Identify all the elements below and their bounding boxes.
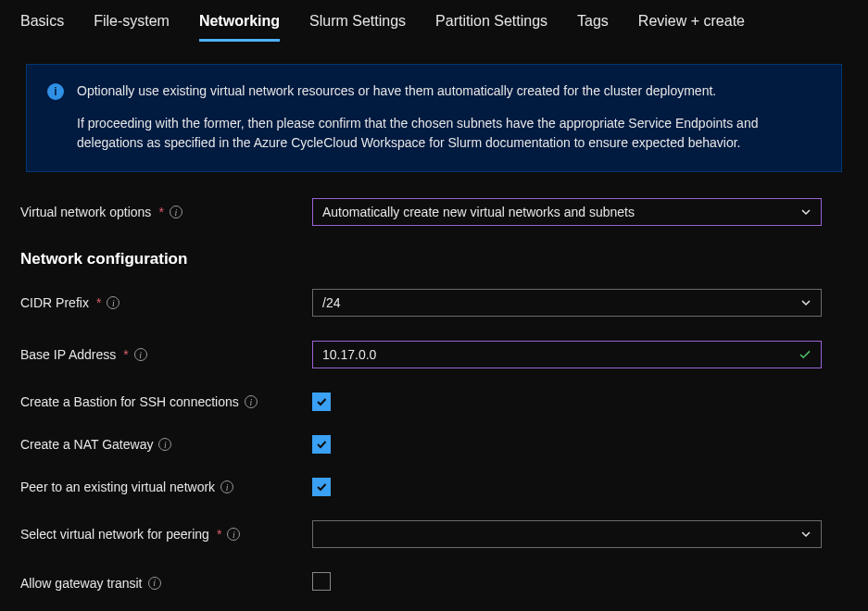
checkmark-icon — [799, 348, 811, 361]
tab-file-system[interactable]: File-system — [94, 6, 170, 42]
row-peer: Peer to an existing virtual network i — [20, 478, 848, 496]
info-banner-p2: If proceeding with the former, then plea… — [77, 114, 821, 153]
row-cidr: CIDR Prefix * i /24 — [20, 289, 848, 317]
info-banner: i Optionally use existing virtual networ… — [26, 64, 842, 172]
info-icon[interactable]: i — [158, 438, 171, 451]
vnet-options-select[interactable]: Automatically create new virtual network… — [312, 198, 822, 226]
tab-networking[interactable]: Networking — [199, 6, 280, 42]
required-indicator: * — [123, 347, 128, 362]
gw-transit-checkbox[interactable] — [312, 572, 331, 591]
chevron-down-icon — [800, 297, 811, 308]
vnet-options-value: Automatically create new virtual network… — [322, 205, 635, 219]
tab-tags[interactable]: Tags — [577, 6, 609, 42]
row-vnet-options: Virtual network options * i Automaticall… — [20, 198, 848, 226]
row-base-ip: Base IP Address * i 10.17.0.0 — [20, 341, 848, 368]
label-peer-vnet: Select virtual network for peering — [20, 527, 209, 542]
base-ip-value: 10.17.0.0 — [322, 347, 376, 362]
info-icon[interactable]: i — [107, 296, 120, 309]
label-base-ip: Base IP Address — [20, 347, 116, 362]
required-indicator: * — [217, 527, 221, 542]
label-nat: Create a NAT Gateway — [20, 437, 153, 452]
chevron-down-icon — [800, 206, 811, 218]
tab-basics[interactable]: Basics — [20, 6, 64, 42]
label-vnet-options: Virtual network options — [20, 205, 151, 219]
info-banner-p1: Optionally use existing virtual network … — [77, 81, 821, 101]
tab-partition-settings[interactable]: Partition Settings — [435, 6, 547, 42]
nat-checkbox[interactable] — [312, 435, 331, 454]
section-network-configuration: Network configuration — [20, 250, 848, 268]
row-nat: Create a NAT Gateway i — [20, 435, 848, 454]
required-indicator: * — [158, 205, 163, 219]
info-icon[interactable]: i — [148, 577, 161, 590]
cidr-value: /24 — [322, 295, 340, 310]
label-cidr: CIDR Prefix — [20, 295, 89, 310]
row-peer-vnet: Select virtual network for peering * i — [20, 520, 848, 548]
peer-checkbox[interactable] — [312, 478, 331, 496]
row-gw-transit: Allow gateway transit i — [20, 572, 848, 593]
cidr-select[interactable]: /24 — [312, 289, 822, 317]
base-ip-input[interactable]: 10.17.0.0 — [312, 341, 822, 368]
tab-review-create[interactable]: Review + create — [638, 6, 745, 42]
required-indicator: * — [96, 295, 101, 310]
bastion-checkbox[interactable] — [312, 393, 331, 411]
info-icon[interactable]: i — [170, 206, 182, 218]
tab-slurm-settings[interactable]: Slurm Settings — [309, 6, 406, 42]
tab-bar: Basics File-system Networking Slurm Sett… — [20, 6, 848, 42]
peer-vnet-select[interactable] — [312, 520, 822, 548]
row-bastion: Create a Bastion for SSH connections i — [20, 393, 848, 411]
info-icon[interactable]: i — [134, 348, 147, 361]
info-icon[interactable]: i — [220, 480, 233, 493]
info-icon: i — [47, 83, 64, 100]
label-bastion: Create a Bastion for SSH connections — [20, 394, 239, 409]
info-banner-text: Optionally use existing virtual network … — [77, 81, 821, 153]
label-peer: Peer to an existing virtual network — [20, 480, 215, 494]
info-icon[interactable]: i — [245, 395, 258, 408]
label-gw-transit: Allow gateway transit — [20, 576, 143, 591]
chevron-down-icon — [800, 529, 811, 540]
info-icon[interactable]: i — [227, 528, 240, 541]
